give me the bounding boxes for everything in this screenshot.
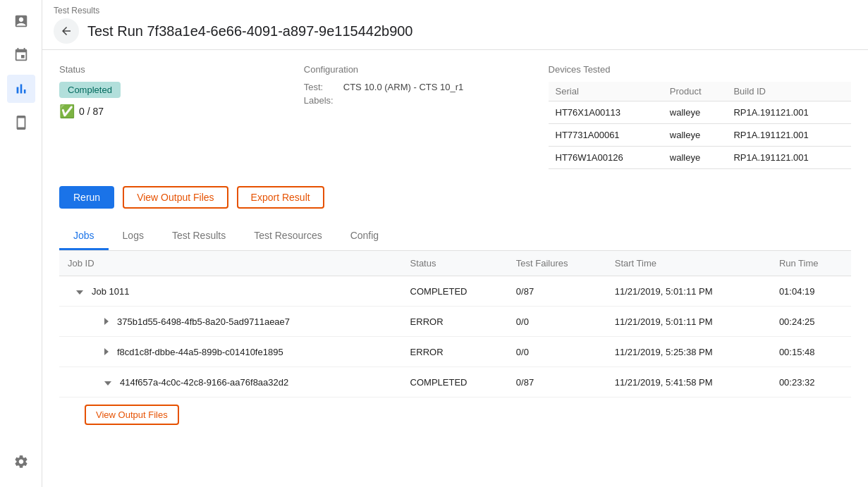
job-start-time: 11/21/2019, 5:41:58 PM: [606, 367, 771, 397]
status-title: Status: [59, 64, 276, 75]
devices-table-row: HT76X1A00113 walleye RP1A.191121.001: [549, 101, 851, 124]
chevron-down-icon: [76, 290, 83, 295]
back-button[interactable]: [54, 18, 79, 44]
inline-view-output-container: View Output Files: [59, 397, 851, 432]
job-status: ERROR: [402, 337, 508, 367]
sidebar-item-test-plans[interactable]: [7, 7, 35, 35]
export-result-button[interactable]: Export Result: [237, 186, 324, 209]
job-failures: 0/0: [508, 307, 606, 337]
chevron-down-icon: [104, 381, 111, 386]
expand-button[interactable]: [102, 345, 111, 358]
config-test-row: Test: CTS 10.0 (ARM) - CTS 10_r1: [304, 82, 520, 92]
device-build-id: RP1A.191121.001: [726, 147, 851, 169]
sidebar-item-analytics[interactable]: [7, 75, 35, 103]
expand-button[interactable]: [102, 376, 114, 388]
top-header: Test Results Test Run 7f38a1e4-6e66-4091…: [42, 0, 868, 50]
info-section: Status Completed ✅ 0 / 87 Configuration …: [59, 64, 851, 169]
jobs-table-row: 414f657a-4c0c-42c8-9166-aa76f8aa32d2 COM…: [59, 367, 851, 397]
config-test-label: Test:: [304, 82, 339, 92]
jobs-table: Job ID Status Test Failures Start Time R…: [59, 251, 851, 397]
sidebar-item-settings[interactable]: [7, 448, 35, 476]
breadcrumb: Test Results: [54, 6, 851, 16]
pass-count-value: 0 / 87: [79, 106, 104, 117]
content-area: Status Completed ✅ 0 / 87 Configuration …: [42, 50, 868, 487]
devices-col-serial: Serial: [549, 82, 663, 101]
jobs-col-runtime: Run Time: [771, 251, 851, 276]
status-badge: Completed: [59, 82, 121, 98]
job-start-time: 11/21/2019, 5:01:11 PM: [606, 307, 771, 337]
config-labels-row: Labels:: [304, 95, 520, 106]
device-build-id: RP1A.191121.001: [726, 124, 851, 147]
tab-logs[interactable]: Logs: [109, 223, 158, 250]
job-failures: 0/87: [508, 276, 606, 307]
device-product: walleye: [663, 101, 727, 124]
config-test-value: CTS 10.0 (ARM) - CTS 10_r1: [343, 82, 464, 92]
job-status: COMPLETED: [402, 276, 508, 307]
job-run-time: 00:23:32: [771, 367, 851, 397]
action-buttons: Rerun View Output Files Export Result: [59, 186, 851, 209]
job-id-cell: f8cd1c8f-dbbe-44a5-899b-c01410fe1895: [59, 337, 402, 367]
chevron-right-icon: [104, 348, 109, 355]
job-id-value: 414f657a-4c0c-42c8-9166-aa76f8aa32d2: [120, 377, 288, 388]
job-status: COMPLETED: [402, 367, 508, 397]
jobs-col-start: Start Time: [606, 251, 771, 276]
job-start-time: 11/21/2019, 5:25:38 PM: [606, 337, 771, 367]
sidebar-item-schedules[interactable]: [7, 41, 35, 69]
rerun-button[interactable]: Rerun: [59, 186, 114, 209]
jobs-table-row: 375b1d55-6498-4fb5-8a20-5ad9711aeae7 ERR…: [59, 307, 851, 337]
devices-table: Serial Product Build ID HT76X1A00113 wal…: [549, 82, 851, 169]
tab-test-results[interactable]: Test Results: [158, 223, 240, 250]
tab-jobs[interactable]: Jobs: [59, 223, 109, 250]
status-block: Status Completed ✅ 0 / 87: [59, 64, 276, 169]
jobs-col-failures: Test Failures: [508, 251, 606, 276]
job-failures: 0/0: [508, 337, 606, 367]
job-id-value: 375b1d55-6498-4fb5-8a20-5ad9711aeae7: [117, 316, 290, 327]
view-output-inline-button[interactable]: View Output Files: [85, 405, 179, 425]
job-id-cell: Job 1011: [59, 276, 402, 307]
tab-config[interactable]: Config: [336, 223, 393, 250]
jobs-col-status: Status: [402, 251, 508, 276]
devices-col-build: Build ID: [726, 82, 851, 101]
sidebar: [0, 0, 42, 487]
job-id-cell: 375b1d55-6498-4fb5-8a20-5ad9711aeae7: [59, 307, 402, 337]
config-labels-label: Labels:: [304, 95, 339, 106]
check-circle-icon: ✅: [59, 104, 75, 119]
jobs-table-row: f8cd1c8f-dbbe-44a5-899b-c01410fe1895 ERR…: [59, 337, 851, 367]
job-run-time: 00:24:25: [771, 307, 851, 337]
main-content: Test Results Test Run 7f38a1e4-6e66-4091…: [42, 0, 868, 487]
sidebar-item-devices[interactable]: [7, 109, 35, 137]
page-title: Test Run 7f38a1e4-6e66-4091-a897-9e11544…: [87, 23, 413, 39]
job-failures: 0/87: [508, 367, 606, 397]
config-title: Configuration: [304, 64, 520, 75]
job-id-cell: 414f657a-4c0c-42c8-9166-aa76f8aa32d2: [59, 367, 402, 397]
devices-col-product: Product: [663, 82, 727, 101]
devices-block: Devices Tested Serial Product Build ID H…: [549, 64, 851, 169]
device-serial: HT76X1A00113: [549, 101, 663, 124]
job-start-time: 11/21/2019, 5:01:11 PM: [606, 276, 771, 307]
job-id-value: f8cd1c8f-dbbe-44a5-899b-c01410fe1895: [117, 347, 283, 357]
devices-table-row: HT76W1A00126 walleye RP1A.191121.001: [549, 147, 851, 169]
device-product: walleye: [663, 147, 727, 169]
job-run-time: 01:04:19: [771, 276, 851, 307]
devices-table-row: HT7731A00061 walleye RP1A.191121.001: [549, 124, 851, 147]
device-serial: HT7731A00061: [549, 124, 663, 147]
devices-title: Devices Tested: [549, 64, 851, 75]
job-status: ERROR: [402, 307, 508, 337]
device-build-id: RP1A.191121.001: [726, 101, 851, 124]
jobs-table-row: Job 1011 COMPLETED 0/87 11/21/2019, 5:01…: [59, 276, 851, 307]
config-block: Configuration Test: CTS 10.0 (ARM) - CTS…: [304, 64, 520, 169]
tab-test-resources[interactable]: Test Resources: [240, 223, 336, 250]
job-run-time: 00:15:48: [771, 337, 851, 367]
jobs-col-id: Job ID: [59, 251, 402, 276]
view-output-button[interactable]: View Output Files: [123, 186, 228, 209]
job-id-value: Job 1011: [92, 286, 130, 297]
device-product: walleye: [663, 124, 727, 147]
pass-count-row: ✅ 0 / 87: [59, 104, 276, 119]
expand-button[interactable]: [102, 315, 111, 328]
page-title-row: Test Run 7f38a1e4-6e66-4091-a897-9e11544…: [54, 18, 851, 44]
chevron-right-icon: [104, 318, 109, 325]
expand-button[interactable]: [73, 285, 86, 297]
tabs: Jobs Logs Test Results Test Resources Co…: [59, 223, 851, 251]
device-serial: HT76W1A00126: [549, 147, 663, 169]
